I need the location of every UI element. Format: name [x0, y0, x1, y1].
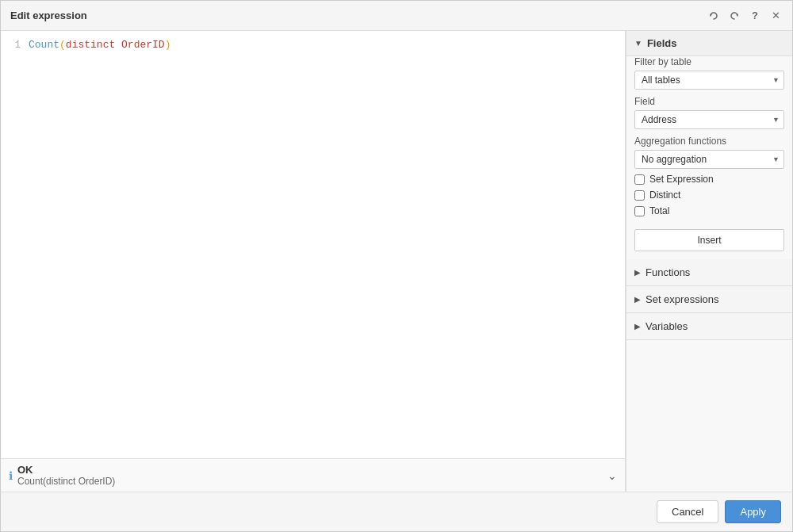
- aggregation-select[interactable]: No aggregation: [634, 150, 784, 169]
- fields-section-label: Fields: [647, 37, 677, 49]
- set-expression-row: Set Expression: [634, 174, 784, 185]
- cancel-button[interactable]: Cancel: [657, 500, 718, 523]
- set-expression-checkbox[interactable]: [634, 174, 645, 185]
- aggregation-select-wrapper: No aggregation: [634, 150, 784, 169]
- close-button[interactable]: ✕: [768, 9, 783, 23]
- total-checkbox[interactable]: [634, 206, 645, 216]
- set-expressions-section: ▶ Set expressions: [626, 286, 792, 313]
- field-label: Field: [634, 96, 784, 107]
- code-close-paren: ): [165, 39, 171, 51]
- variables-header[interactable]: ▶ Variables: [626, 313, 792, 339]
- fields-content: Filter by table All tables Field Address…: [626, 56, 792, 259]
- status-text-block: OK Count(distinct OrderID): [17, 464, 115, 487]
- status-info-icon: ℹ: [9, 469, 13, 482]
- code-fn: Count: [29, 39, 59, 51]
- filter-by-table-select[interactable]: All tables: [634, 71, 784, 90]
- fields-section-header[interactable]: ▼ Fields: [626, 31, 792, 56]
- edit-expression-dialog: Edit expression ? ✕: [0, 0, 793, 532]
- functions-triangle-icon: ▶: [634, 268, 641, 277]
- code-open-paren: (: [59, 39, 66, 51]
- filter-by-table-label: Filter by table: [634, 56, 784, 67]
- set-expressions-header[interactable]: ▶ Set expressions: [626, 286, 792, 312]
- status-ok-label: OK: [17, 464, 115, 476]
- code-content-1: Count(distinct OrderID): [29, 37, 625, 53]
- total-row: Total: [634, 205, 784, 216]
- distinct-checkbox[interactable]: [634, 190, 645, 201]
- status-chevron-icon[interactable]: ⌄: [607, 469, 617, 482]
- fields-chevron-icon: ▼: [634, 39, 642, 48]
- editor-panel: 1 Count(distinct OrderID) ℹ OK Count(dis…: [1, 31, 626, 492]
- code-field: OrderID: [121, 39, 165, 51]
- distinct-label[interactable]: Distinct: [649, 189, 680, 201]
- field-select[interactable]: Address: [634, 110, 784, 129]
- undo-button[interactable]: [707, 9, 721, 23]
- code-keyword: distinct: [66, 39, 121, 51]
- aggregation-label: Aggregation functions: [634, 136, 784, 147]
- field-select-wrapper: Address: [634, 110, 784, 129]
- dialog-footer: Cancel Apply: [1, 492, 792, 531]
- code-line-1: 1 Count(distinct OrderID): [1, 37, 625, 53]
- status-detail: Count(distinct OrderID): [17, 476, 115, 487]
- functions-label: Functions: [646, 266, 690, 278]
- status-left: ℹ OK Count(distinct OrderID): [9, 464, 115, 487]
- variables-section: ▶ Variables: [626, 313, 792, 340]
- help-button[interactable]: ?: [748, 9, 762, 23]
- functions-section: ▶ Functions: [626, 259, 792, 286]
- set-expressions-label: Set expressions: [646, 293, 719, 305]
- titlebar-icons: ? ✕: [707, 9, 783, 23]
- variables-triangle-icon: ▶: [634, 322, 641, 331]
- line-number-1: 1: [1, 37, 29, 53]
- insert-button[interactable]: Insert: [634, 229, 784, 251]
- distinct-row: Distinct: [634, 189, 784, 201]
- code-editor[interactable]: 1 Count(distinct OrderID): [1, 31, 625, 458]
- right-panel: ▼ Fields Filter by table All tables Fiel…: [626, 31, 792, 492]
- redo-button[interactable]: [727, 9, 741, 23]
- status-bar: ℹ OK Count(distinct OrderID) ⌄: [1, 458, 625, 492]
- dialog-body: 1 Count(distinct OrderID) ℹ OK Count(dis…: [1, 31, 792, 492]
- functions-header[interactable]: ▶ Functions: [626, 259, 792, 285]
- set-expressions-triangle-icon: ▶: [634, 295, 641, 304]
- set-expression-label[interactable]: Set Expression: [649, 174, 714, 185]
- variables-label: Variables: [646, 320, 688, 332]
- dialog-title: Edit expression: [10, 10, 87, 21]
- filter-by-table-wrapper: All tables: [634, 71, 784, 90]
- dialog-titlebar: Edit expression ? ✕: [1, 1, 792, 31]
- total-label[interactable]: Total: [649, 205, 669, 216]
- apply-button[interactable]: Apply: [725, 500, 781, 523]
